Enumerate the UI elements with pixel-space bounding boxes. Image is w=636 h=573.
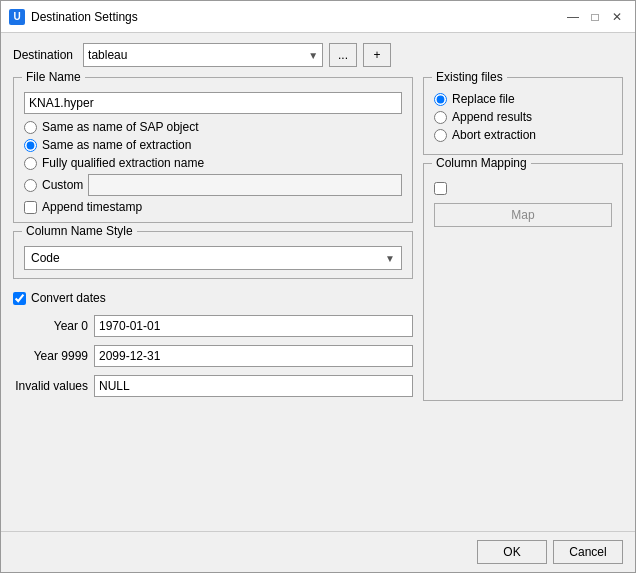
- radio-replace-file[interactable]: [434, 93, 447, 106]
- year0-label: Year 0: [13, 319, 88, 333]
- invalid-values-label: Invalid values: [13, 379, 88, 393]
- main-window: U Destination Settings — □ ✕ Destination…: [0, 0, 636, 573]
- year0-row: Year 0: [13, 315, 413, 337]
- file-name-input[interactable]: [24, 92, 402, 114]
- column-name-style-value: Code: [31, 251, 60, 265]
- main-content: Destination tableau ▼ ... + File Name Sa…: [1, 33, 635, 531]
- minimize-button[interactable]: —: [563, 7, 583, 27]
- maximize-button[interactable]: □: [585, 7, 605, 27]
- destination-dropdown[interactable]: tableau ▼: [83, 43, 323, 67]
- radio-same-sap[interactable]: [24, 121, 37, 134]
- radio-abort-row: Abort extraction: [434, 128, 612, 142]
- radio-append-row: Append results: [434, 110, 612, 124]
- year0-input[interactable]: [94, 315, 413, 337]
- column-mapping-checkbox-row: [434, 182, 612, 195]
- column-mapping-checkbox[interactable]: [434, 182, 447, 195]
- cancel-button[interactable]: Cancel: [553, 540, 623, 564]
- add-button[interactable]: +: [363, 43, 391, 67]
- close-button[interactable]: ✕: [607, 7, 627, 27]
- destination-value: tableau: [88, 48, 127, 62]
- append-timestamp-checkbox[interactable]: [24, 201, 37, 214]
- radio-append-label[interactable]: Append results: [452, 110, 532, 124]
- radio-custom-label[interactable]: Custom: [42, 178, 83, 192]
- radio-abort-extraction[interactable]: [434, 129, 447, 142]
- convert-dates-label[interactable]: Convert dates: [31, 291, 106, 305]
- convert-dates-header: Convert dates: [13, 291, 413, 305]
- column-name-style-dropdown[interactable]: Code ▼: [24, 246, 402, 270]
- file-name-group: File Name Same as name of SAP object Sam…: [13, 77, 413, 223]
- column-mapping-title: Column Mapping: [432, 156, 531, 170]
- column-name-style-group: Column Name Style Code ▼: [13, 231, 413, 279]
- window-controls: — □ ✕: [563, 7, 627, 27]
- destination-row: Destination tableau ▼ ... +: [13, 43, 623, 67]
- main-area: File Name Same as name of SAP object Sam…: [13, 77, 623, 401]
- convert-dates-section: Convert dates Year 0 Year 9999 Invalid v…: [13, 287, 413, 401]
- radio-same-extraction-label[interactable]: Same as name of extraction: [42, 138, 191, 152]
- map-button[interactable]: Map: [434, 203, 612, 227]
- radio-fully-qualified-label[interactable]: Fully qualified extraction name: [42, 156, 204, 170]
- radio-fully-qualified[interactable]: [24, 157, 37, 170]
- append-timestamp-label[interactable]: Append timestamp: [42, 200, 142, 214]
- radio-abort-label[interactable]: Abort extraction: [452, 128, 536, 142]
- file-name-title: File Name: [22, 70, 85, 84]
- column-mapping-group: Column Mapping Map: [423, 163, 623, 401]
- radio-custom[interactable]: [24, 179, 37, 192]
- existing-files-group: Existing files Replace file Append resul…: [423, 77, 623, 155]
- style-dropdown-arrow-icon: ▼: [385, 253, 395, 264]
- radio-custom-row: Custom: [24, 174, 402, 196]
- titlebar: U Destination Settings — □ ✕: [1, 1, 635, 33]
- radio-same-extraction-row: Same as name of extraction: [24, 138, 402, 152]
- radio-same-sap-label[interactable]: Same as name of SAP object: [42, 120, 199, 134]
- left-panel: File Name Same as name of SAP object Sam…: [13, 77, 413, 401]
- invalid-values-input[interactable]: [94, 375, 413, 397]
- ok-button[interactable]: OK: [477, 540, 547, 564]
- year9999-label: Year 9999: [13, 349, 88, 363]
- app-icon: U: [9, 9, 25, 25]
- radio-same-extraction[interactable]: [24, 139, 37, 152]
- convert-dates-checkbox[interactable]: [13, 292, 26, 305]
- column-name-style-title: Column Name Style: [22, 224, 137, 238]
- year9999-row: Year 9999: [13, 345, 413, 367]
- radio-replace-label[interactable]: Replace file: [452, 92, 515, 106]
- browse-button[interactable]: ...: [329, 43, 357, 67]
- radio-replace-row: Replace file: [434, 92, 612, 106]
- existing-files-title: Existing files: [432, 70, 507, 84]
- dropdown-arrow-icon: ▼: [308, 50, 318, 61]
- radio-same-sap-row: Same as name of SAP object: [24, 120, 402, 134]
- invalid-values-row: Invalid values: [13, 375, 413, 397]
- destination-label: Destination: [13, 48, 73, 62]
- radio-fully-qualified-row: Fully qualified extraction name: [24, 156, 402, 170]
- custom-name-input[interactable]: [88, 174, 402, 196]
- window-title: Destination Settings: [31, 10, 563, 24]
- right-panel: Existing files Replace file Append resul…: [423, 77, 623, 401]
- append-timestamp-row: Append timestamp: [24, 200, 402, 214]
- year9999-input[interactable]: [94, 345, 413, 367]
- footer: OK Cancel: [1, 531, 635, 572]
- radio-append-results[interactable]: [434, 111, 447, 124]
